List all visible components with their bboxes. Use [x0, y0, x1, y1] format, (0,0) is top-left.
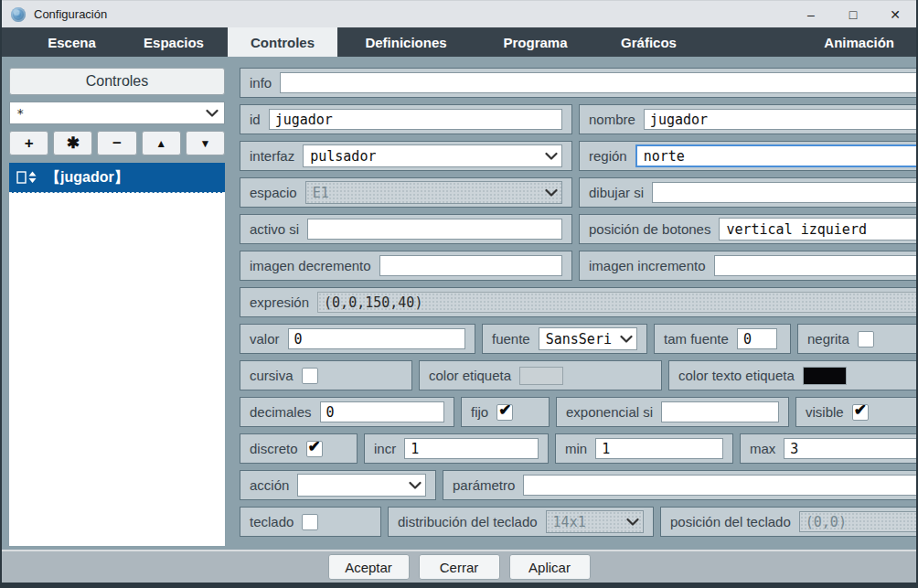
teclado-group: teclado [240, 507, 381, 537]
fijo-checkbox[interactable]: ✔ [496, 404, 513, 421]
move-up-button[interactable]: ▲ [142, 131, 181, 155]
tab-espacios[interactable]: Espacios [120, 27, 228, 57]
duplicate-control-button[interactable]: ✱ [53, 131, 92, 155]
incr-group: incr [364, 433, 549, 464]
cursiva-checkbox[interactable] [302, 368, 318, 384]
move-down-button[interactable]: ▼ [186, 131, 225, 155]
tab-bar: Escena Espacios Controles Definiciones P… [2, 27, 916, 57]
incr-label: incr [374, 441, 396, 456]
posicion-botones-select[interactable]: vertical izquierd [719, 218, 916, 241]
max-group: max [740, 433, 916, 464]
controls-filter-select[interactable]: * [9, 102, 225, 124]
control-properties-form: info id nombre interfaz [240, 68, 916, 550]
incr-input[interactable] [404, 438, 539, 459]
remove-control-button[interactable]: − [97, 131, 136, 155]
min-group: min [555, 433, 733, 464]
accion-select[interactable] [297, 474, 426, 497]
chevron-down-icon [545, 148, 558, 165]
interfaz-select[interactable]: pulsador [303, 144, 562, 167]
controls-filter-value: * [16, 106, 24, 121]
tab-programa[interactable]: Programa [475, 27, 596, 57]
cerrar-button[interactable]: Cerrar [419, 554, 500, 580]
chevron-down-icon [206, 106, 219, 121]
tam-fuente-label: tam fuente [664, 331, 729, 347]
minimize-button[interactable]: – [790, 1, 832, 27]
configuracion-window: Configuración – □ ✕ Escena Espacios Cont… [0, 0, 918, 588]
color-etiqueta-group: color etiqueta [419, 360, 662, 390]
color-texto-etiqueta-label: color texto etiqueta [678, 368, 795, 383]
interfaz-label: interfaz [250, 148, 294, 164]
imagen-incremento-input[interactable] [714, 255, 916, 276]
espacio-group: espacio E1 [240, 177, 572, 208]
dibujar-si-group: dibujar si [579, 177, 916, 208]
region-group: región norte [579, 141, 916, 171]
app-icon [11, 7, 26, 22]
tab-animacion[interactable]: Animación [815, 27, 903, 57]
aceptar-button[interactable]: Aceptar [328, 554, 410, 580]
min-label: min [565, 441, 587, 456]
negrita-checkbox[interactable] [858, 331, 874, 347]
color-etiqueta-label: color etiqueta [429, 368, 511, 383]
list-item-label: 【jugador】 [46, 168, 129, 187]
visible-checkbox[interactable]: ✔ [852, 404, 869, 421]
negrita-label: negrita [807, 331, 849, 347]
posicion-botones-group: posición de botones vertical izquierd [579, 214, 916, 244]
discreto-checkbox[interactable]: ✔ [306, 441, 323, 457]
info-input[interactable] [280, 72, 916, 93]
negrita-group: negrita [797, 324, 916, 354]
tab-controles[interactable]: Controles [228, 27, 337, 57]
region-select[interactable]: norte [635, 144, 916, 167]
posicion-teclado-group: posición del teclado [660, 507, 916, 537]
exponencial-si-label: exponencial si [566, 404, 653, 420]
accion-label: acción [250, 477, 289, 493]
imagen-incremento-group: imagen incremento [579, 251, 916, 281]
nombre-input[interactable] [644, 109, 916, 130]
imagen-decremento-group: imagen decremento [240, 251, 572, 281]
add-control-button[interactable]: + [9, 131, 48, 155]
tab-definiciones[interactable]: Definiciones [337, 27, 475, 57]
fuente-select[interactable]: SansSeri [539, 327, 637, 350]
aplicar-button[interactable]: Aplicar [509, 554, 591, 580]
posicion-botones-label: posición de botones [589, 221, 710, 237]
max-input[interactable] [784, 438, 916, 459]
maximize-button[interactable]: □ [832, 1, 874, 27]
imagen-decremento-input[interactable] [379, 255, 562, 276]
list-item-jugador[interactable]: 【jugador】 [9, 163, 225, 193]
id-input[interactable] [269, 109, 562, 130]
info-group: info [240, 68, 916, 98]
tab-escena[interactable]: Escena [24, 27, 120, 57]
min-input[interactable] [595, 438, 723, 459]
controls-toolbar: + ✱ − ▲ ▼ [9, 131, 225, 155]
decimales-label: decimales [250, 404, 312, 420]
window-title: Configuración [34, 7, 107, 21]
dibujar-si-input[interactable] [652, 182, 916, 203]
color-etiqueta-swatch[interactable] [519, 367, 563, 385]
expresion-group: expresión [240, 287, 916, 317]
tab-graficos[interactable]: Gráficos [596, 27, 701, 57]
activo-si-input[interactable] [307, 219, 562, 240]
max-label: max [750, 441, 775, 456]
info-label: info [250, 75, 272, 91]
teclado-label: teclado [250, 514, 294, 529]
decimales-input[interactable] [320, 401, 444, 422]
chevron-down-icon [545, 185, 558, 201]
parametro-group: parámetro [443, 470, 916, 500]
tam-fuente-input[interactable] [737, 328, 777, 349]
activo-si-group: activo si [240, 214, 572, 244]
parametro-label: parámetro [453, 477, 515, 493]
parametro-input[interactable] [523, 475, 916, 496]
tam-fuente-group: tam fuente [654, 324, 791, 354]
dialog-footer: Aceptar Cerrar Aplicar [2, 550, 916, 583]
window-controls: – □ ✕ [790, 1, 916, 27]
valor-label: valor [250, 331, 280, 347]
distribucion-teclado-select: 14x1 [546, 510, 644, 533]
exponencial-si-input[interactable] [661, 401, 779, 422]
posicion-teclado-input [799, 511, 916, 532]
color-texto-etiqueta-swatch[interactable] [803, 367, 847, 385]
nombre-label: nombre [589, 112, 635, 127]
teclado-checkbox[interactable] [302, 514, 318, 530]
discreto-group: discreto ✔ [240, 433, 358, 464]
close-button[interactable]: ✕ [874, 1, 916, 27]
main-area: Controles * + ✱ − ▲ ▼ [2, 57, 916, 550]
valor-input[interactable] [288, 328, 465, 349]
